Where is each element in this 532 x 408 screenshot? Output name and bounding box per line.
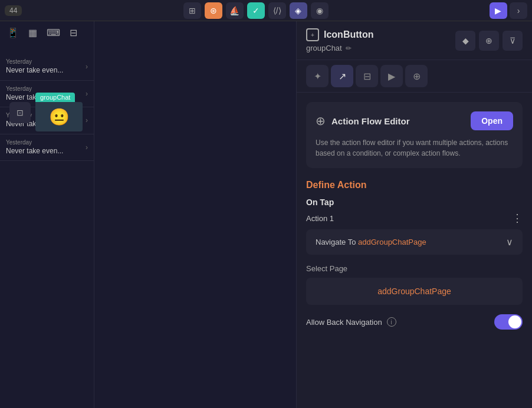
page-select-box[interactable]: addGroupChatPage [306, 278, 523, 305]
page-name: addGroupChatPage [377, 287, 451, 296]
left-sidebar: 📱 ▦ ⌨ ⊟ groupChat 😐 ⊡ Yesterday Never ta… [0, 21, 94, 408]
panel-title-row: + IconButton [306, 28, 373, 41]
right-panel: + IconButton groupChat ✏ ◆ ⊕ ⊽ ✦ ↗ ⊟ ▶ ⊕ [296, 21, 532, 408]
toolbar-btn-publish[interactable]: ▶ [490, 2, 507, 19]
navigate-page: addGroupChatPage [358, 238, 426, 246]
allow-back-left: Allow Back Navigation i [306, 317, 396, 327]
toolbar-badge: 44 [5, 5, 22, 16]
action-flow-description: Use the action flow editor if you want m… [316, 137, 513, 159]
device-flow-btn[interactable]: ⊟ [67, 25, 80, 41]
toolbar-btn-6[interactable]: ◈ [290, 2, 307, 19]
allow-back-label: Allow Back Navigation [306, 318, 382, 327]
top-toolbar: 44 ⊞ ⊛ ⛵ ✓ ⟨/⟩ ◈ ◉ ▶ › [0, 0, 532, 21]
chat-avatar: 😐 [35, 102, 83, 131]
tab-bar: ✦ ↗ ⊟ ▶ ⊕ [297, 60, 532, 93]
toolbar-center: ⊞ ⊛ ⛵ ✓ ⟨/⟩ ◈ ◉ [183, 2, 329, 19]
navigate-text: Navigate To addGroupChatPage [316, 238, 426, 246]
funnel-action-btn[interactable]: ⊽ [503, 31, 523, 51]
action-label: Action 1 [306, 214, 334, 223]
info-icon[interactable]: i [387, 317, 396, 327]
device-keyboard-btn[interactable]: ⌨ [44, 25, 63, 41]
person-add-action-btn[interactable]: ⊕ [479, 31, 499, 51]
action-flow-title: Action Flow Editor [331, 116, 410, 126]
toolbar-right: ▶ › [490, 2, 527, 19]
canvas-component-area: groupChat 😐 ⊡ [0, 44, 94, 54]
chevron-right-icon: › [86, 90, 88, 98]
main-area: 📱 ▦ ⌨ ⊟ groupChat 😐 ⊡ Yesterday Never ta… [0, 21, 532, 408]
toolbar-btn-extra[interactable]: › [510, 2, 527, 19]
action-flow-card: ⊕ Action Flow Editor Open Use the action… [306, 102, 523, 168]
panel-component-icon: + [306, 28, 319, 41]
toolbar-btn-7[interactable]: ◉ [311, 2, 329, 19]
chevron-right-icon: › [86, 116, 88, 124]
device-tablet-btn[interactable]: ▦ [26, 25, 40, 41]
select-page-label: Select Page [306, 264, 523, 273]
chat-component[interactable]: groupChat 😐 [35, 91, 83, 131]
tab-interactions[interactable]: ↗ [331, 65, 353, 87]
navigate-dropdown[interactable]: Navigate To addGroupChatPage ∨ [306, 229, 523, 255]
diamond-action-btn[interactable]: ◆ [455, 31, 475, 51]
panel-component-type: IconButton [324, 29, 373, 40]
chevron-right-icon: › [86, 143, 88, 152]
toolbar-btn-2[interactable]: ⊛ [205, 2, 222, 19]
toolbar-btn-4[interactable]: ✓ [247, 2, 265, 19]
panel-header: + IconButton groupChat ✏ ◆ ⊕ ⊽ [297, 21, 532, 60]
toolbar-left: 44 [5, 5, 22, 16]
on-tap-label: On Tap [306, 198, 523, 207]
tab-layout[interactable]: ⊟ [356, 65, 378, 87]
action-flow-title-row: ⊕ Action Flow Editor [316, 114, 410, 128]
list-item[interactable]: Yesterday Never take even... › [0, 54, 94, 81]
allow-back-row: Allow Back Navigation i [306, 314, 523, 330]
tab-add-action[interactable]: ⊕ [405, 65, 428, 87]
panel-title-section: + IconButton groupChat ✏ [306, 28, 373, 52]
define-action-title: Define Action [306, 180, 523, 190]
chevron-down-icon: ∨ [506, 236, 513, 248]
toolbar-btn-5[interactable]: ⟨/⟩ [268, 2, 286, 19]
chevron-right-icon: › [86, 62, 88, 71]
panel-subtitle-row: groupChat ✏ [306, 44, 373, 52]
toggle-knob [508, 315, 521, 328]
edit-icon[interactable]: ✏ [346, 44, 352, 52]
panel-header-actions: ◆ ⊕ ⊽ [455, 31, 523, 51]
allow-back-toggle[interactable] [494, 314, 523, 330]
tab-properties[interactable]: ✦ [306, 65, 329, 87]
open-action-flow-button[interactable]: Open [471, 111, 513, 130]
chat-label: groupChat [35, 93, 75, 102]
action-flow-header: ⊕ Action Flow Editor Open [316, 111, 513, 130]
toolbar-btn-3[interactable]: ⛵ [226, 2, 244, 19]
canvas-area [94, 21, 296, 408]
action-more-button[interactable]: ⋮ [512, 212, 523, 225]
list-item[interactable]: Yesterday Never take even... › [0, 134, 94, 162]
tab-play[interactable]: ▶ [380, 65, 403, 87]
navigate-prefix: Navigate To [316, 238, 356, 246]
device-mobile-btn[interactable]: 📱 [5, 25, 21, 41]
panel-body: ⊕ Action Flow Editor Open Use the action… [297, 93, 532, 408]
toolbar-btn-1[interactable]: ⊞ [183, 2, 201, 19]
define-action-section: Define Action On Tap Action 1 ⋮ Navigate… [306, 180, 523, 330]
plugin-btn[interactable]: ⊡ [9, 102, 31, 123]
flow-icon: ⊕ [316, 114, 326, 128]
action-row: Action 1 ⋮ [306, 212, 523, 225]
device-toolbar: 📱 ▦ ⌨ ⊟ [0, 21, 94, 44]
panel-component-name: groupChat [306, 44, 342, 52]
